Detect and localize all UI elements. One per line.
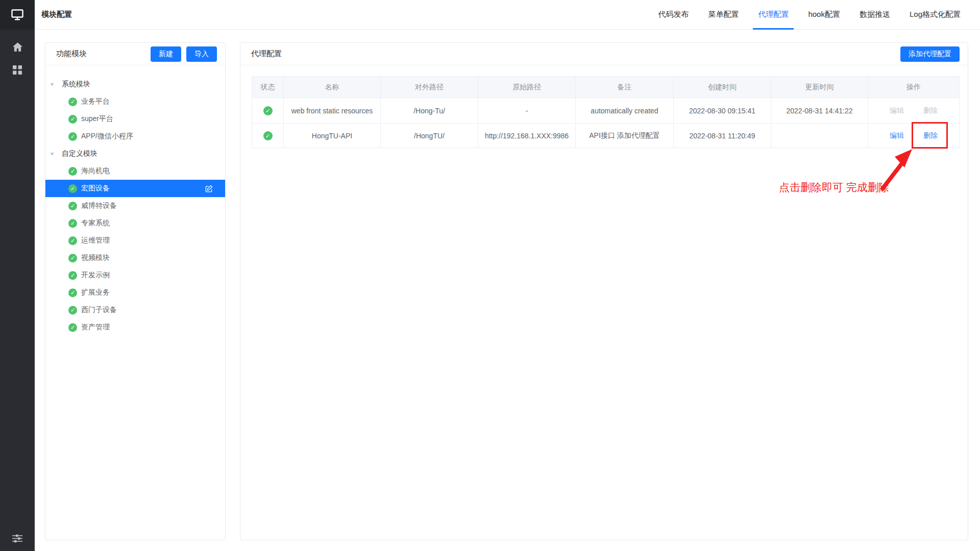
module-panel-header: 功能模块 新建 导入 [45, 43, 225, 65]
tab-proxy-config[interactable]: 代理配置 [753, 0, 794, 30]
proxy-panel-header: 代理配置 添加代理配置 [240, 43, 968, 65]
tree-item[interactable]: ✓ 海尚机电 [45, 162, 225, 180]
status-check-icon: ✓ [68, 271, 77, 280]
add-proxy-button[interactable]: 添加代理配置 [900, 46, 960, 62]
home-icon[interactable] [12, 42, 23, 52]
status-ok-icon: ✓ [263, 106, 273, 115]
edit-module-icon[interactable] [205, 185, 213, 193]
module-panel-title: 功能模块 [56, 49, 87, 59]
tab-bar: 代码发布 菜单配置 代理配置 hook配置 数据推送 Log格式化配置 [644, 0, 980, 30]
col-status: 状态 [252, 77, 284, 98]
tree-item[interactable]: ✓ 资产管理 [45, 319, 225, 336]
tree-item[interactable]: ✓ 专家系统 [45, 214, 225, 232]
cell-remark: API接口 添加代理配置 [576, 124, 674, 148]
edit-link-disabled: 编辑 [890, 106, 904, 114]
module-panel: 功能模块 新建 导入 ▾ 系统模块 ✓ 业务平台 ✓ super平台 ✓ APP… [45, 42, 226, 540]
import-module-button[interactable]: 导入 [186, 46, 217, 62]
cell-updated-at: 2022-08-31 14:41:22 [771, 98, 868, 124]
tree-item[interactable]: ✓ 开发示例 [45, 267, 225, 284]
tree-item[interactable]: ✓ 扩展业务 [45, 284, 225, 301]
col-updated-at: 更新时间 [771, 77, 868, 98]
cell-name: HongTU-API [284, 124, 381, 148]
status-check-icon: ✓ [68, 236, 77, 245]
rail-nav [0, 30, 35, 75]
table-row: ✓ HongTU-API /HongTU/ http://192.168.1.X… [252, 124, 960, 148]
tab-code-release[interactable]: 代码发布 [653, 0, 694, 30]
page-title: 模块配置 [41, 10, 72, 19]
table-header-row: 状态 名称 对外路径 原始路径 备注 创建时间 更新时间 操作 [252, 77, 960, 98]
app-screen: 模块配置 代码发布 菜单配置 代理配置 hook配置 数据推送 Log格式化配置… [0, 0, 980, 551]
module-tree: ▾ 系统模块 ✓ 业务平台 ✓ super平台 ✓ APP/微信小程序 ▾ 自定… [45, 65, 225, 336]
tree-item[interactable]: ✓ APP/微信小程序 [45, 128, 225, 145]
cell-created-at: 2022-08-31 11:20:49 [674, 124, 771, 148]
tree-item[interactable]: ✓ 视频模块 [45, 249, 225, 267]
tree-item[interactable]: ✓ 威博特设备 [45, 197, 225, 214]
status-check-icon: ✓ [68, 98, 77, 106]
cell-name: web front static resources [284, 98, 381, 124]
tree-item-selected[interactable]: ✓ 宏图设备 [45, 180, 225, 197]
monitor-icon[interactable] [0, 0, 35, 30]
status-check-icon: ✓ [68, 184, 77, 193]
cell-remark: automatically created [576, 98, 674, 124]
col-created-at: 创建时间 [674, 77, 771, 98]
proxy-table: 状态 名称 对外路径 原始路径 备注 创建时间 更新时间 操作 ✓ web fr… [252, 76, 960, 148]
caret-down-icon: ▾ [51, 150, 56, 157]
table-row: ✓ web front static resources /Hong-Tu/ -… [252, 98, 960, 124]
tree-group-system[interactable]: ▾ 系统模块 [45, 76, 225, 93]
cell-external-path: /Hong-Tu/ [381, 98, 478, 124]
edit-link[interactable]: 编辑 [890, 131, 904, 139]
apps-grid-icon[interactable] [13, 65, 22, 75]
status-check-icon: ✓ [68, 289, 77, 297]
tree-item[interactable]: ✓ 运维管理 [45, 232, 225, 249]
tree-item[interactable]: ✓ 西门子设备 [45, 301, 225, 319]
topbar: 模块配置 代码发布 菜单配置 代理配置 hook配置 数据推送 Log格式化配置 [35, 0, 980, 30]
status-check-icon: ✓ [68, 219, 77, 228]
status-check-icon: ✓ [68, 323, 77, 332]
annotation-text: 点击删除即可 完成删除 [779, 180, 889, 195]
cell-origin-path: - [478, 98, 576, 124]
tree-item[interactable]: ✓ 业务平台 [45, 93, 225, 110]
status-check-icon: ✓ [68, 254, 77, 262]
status-check-icon: ✓ [68, 202, 77, 210]
col-actions: 操作 [868, 77, 960, 98]
col-external-path: 对外路径 [381, 77, 478, 98]
cell-external-path: /HongTU/ [381, 124, 478, 148]
tree-group-custom[interactable]: ▾ 自定义模块 [45, 145, 225, 162]
tab-menu-config[interactable]: 菜单配置 [703, 0, 744, 30]
cell-created-at: 2022-08-30 09:15:41 [674, 98, 771, 124]
annotation-highlight-box [912, 122, 948, 149]
cell-updated-at [771, 124, 868, 148]
col-origin-path: 原始路径 [478, 77, 576, 98]
col-name: 名称 [284, 77, 381, 98]
status-check-icon: ✓ [68, 167, 77, 176]
tab-log-format-config[interactable]: Log格式化配置 [904, 0, 966, 30]
col-remark: 备注 [576, 77, 674, 98]
left-rail [0, 0, 35, 551]
new-module-button[interactable]: 新建 [151, 46, 181, 62]
proxy-panel-title: 代理配置 [251, 49, 282, 59]
status-check-icon: ✓ [68, 132, 77, 141]
status-check-icon: ✓ [68, 115, 77, 124]
tab-hook-config[interactable]: hook配置 [803, 0, 845, 30]
settings-sliders-icon[interactable] [12, 534, 22, 543]
proxy-panel: 代理配置 添加代理配置 状态 名称 对外路径 原始路径 备注 [240, 42, 968, 540]
caret-down-icon: ▾ [51, 81, 56, 88]
cell-origin-path: http://192.168.1.XXX:9986 [478, 124, 576, 148]
tab-data-push[interactable]: 数据推送 [854, 0, 895, 30]
delete-link-disabled: 删除 [923, 106, 938, 114]
status-check-icon: ✓ [68, 306, 77, 315]
status-ok-icon: ✓ [263, 131, 273, 140]
tree-item[interactable]: ✓ super平台 [45, 110, 225, 128]
